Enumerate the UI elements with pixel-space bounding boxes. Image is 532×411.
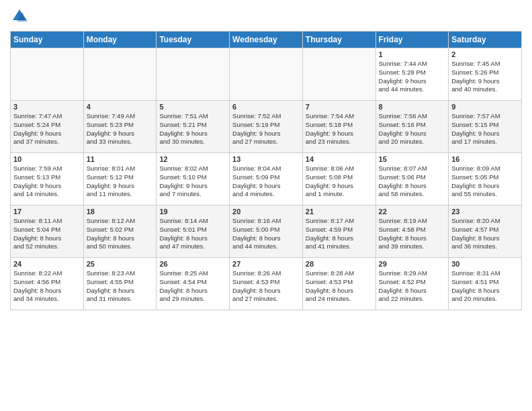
calendar-cell: 21Sunrise: 8:17 AM Sunset: 4:59 PM Dayli…: [302, 205, 375, 258]
day-info: Sunrise: 8:16 AM Sunset: 5:00 PM Dayligh…: [232, 217, 300, 251]
day-number: 28: [306, 260, 373, 268]
day-info: Sunrise: 7:52 AM Sunset: 5:19 PM Dayligh…: [232, 112, 300, 146]
day-number: 11: [87, 155, 154, 163]
weekday-sunday: Sunday: [11, 32, 84, 48]
day-number: 2: [451, 50, 519, 58]
week-row-3: 10Sunrise: 7:59 AM Sunset: 5:13 PM Dayli…: [11, 153, 522, 205]
weekday-saturday: Saturday: [449, 32, 522, 48]
calendar-cell: 30Sunrise: 8:31 AM Sunset: 4:51 PM Dayli…: [449, 258, 522, 310]
calendar-cell: 8Sunrise: 7:56 AM Sunset: 5:16 PM Daylig…: [375, 101, 449, 153]
calendar-cell: 28Sunrise: 8:28 AM Sunset: 4:53 PM Dayli…: [302, 258, 375, 310]
day-number: 21: [306, 208, 373, 216]
weekday-monday: Monday: [83, 32, 157, 48]
day-number: 7: [306, 103, 373, 111]
day-info: Sunrise: 8:26 AM Sunset: 4:53 PM Dayligh…: [232, 269, 300, 304]
day-info: Sunrise: 8:20 AM Sunset: 4:57 PM Dayligh…: [451, 217, 519, 251]
day-number: 1: [379, 50, 446, 58]
weekday-tuesday: Tuesday: [157, 32, 230, 48]
calendar-cell: 5Sunrise: 7:51 AM Sunset: 5:21 PM Daylig…: [157, 101, 230, 153]
day-number: 5: [159, 103, 226, 111]
day-info: Sunrise: 8:06 AM Sunset: 5:08 PM Dayligh…: [306, 165, 373, 199]
calendar-cell: 20Sunrise: 8:16 AM Sunset: 5:00 PM Dayli…: [230, 205, 303, 258]
day-info: Sunrise: 8:25 AM Sunset: 4:54 PM Dayligh…: [159, 269, 226, 304]
day-info: Sunrise: 8:09 AM Sunset: 5:05 PM Dayligh…: [451, 165, 519, 199]
calendar-cell: 10Sunrise: 7:59 AM Sunset: 5:13 PM Dayli…: [11, 153, 84, 205]
day-number: 23: [451, 208, 519, 216]
day-info: Sunrise: 7:56 AM Sunset: 5:16 PM Dayligh…: [379, 112, 446, 146]
day-info: Sunrise: 8:22 AM Sunset: 4:56 PM Dayligh…: [13, 269, 81, 304]
calendar-cell: 6Sunrise: 7:52 AM Sunset: 5:19 PM Daylig…: [230, 101, 303, 153]
day-number: 22: [379, 208, 446, 216]
header: [10, 7, 522, 26]
day-number: 12: [159, 155, 226, 163]
calendar-cell: [11, 48, 84, 101]
day-info: Sunrise: 7:57 AM Sunset: 5:15 PM Dayligh…: [451, 112, 519, 146]
calendar-cell: 4Sunrise: 7:49 AM Sunset: 5:23 PM Daylig…: [83, 101, 157, 153]
calendar-cell: 23Sunrise: 8:20 AM Sunset: 4:57 PM Dayli…: [449, 205, 522, 258]
day-number: 25: [87, 260, 154, 268]
day-info: Sunrise: 7:54 AM Sunset: 5:18 PM Dayligh…: [306, 112, 373, 146]
day-info: Sunrise: 8:17 AM Sunset: 4:59 PM Dayligh…: [306, 217, 373, 251]
calendar-cell: 9Sunrise: 7:57 AM Sunset: 5:15 PM Daylig…: [449, 101, 522, 153]
day-info: Sunrise: 7:45 AM Sunset: 5:26 PM Dayligh…: [451, 60, 519, 94]
calendar-cell: 7Sunrise: 7:54 AM Sunset: 5:18 PM Daylig…: [302, 101, 375, 153]
calendar-cell: 24Sunrise: 8:22 AM Sunset: 4:56 PM Dayli…: [11, 258, 84, 310]
day-number: 4: [87, 103, 154, 111]
day-info: Sunrise: 8:29 AM Sunset: 4:52 PM Dayligh…: [379, 269, 446, 304]
day-number: 19: [159, 208, 226, 216]
calendar-cell: 2Sunrise: 7:45 AM Sunset: 5:26 PM Daylig…: [449, 48, 522, 101]
week-row-5: 24Sunrise: 8:22 AM Sunset: 4:56 PM Dayli…: [11, 258, 522, 310]
day-info: Sunrise: 8:12 AM Sunset: 5:02 PM Dayligh…: [87, 217, 154, 251]
day-info: Sunrise: 8:11 AM Sunset: 5:04 PM Dayligh…: [13, 217, 81, 251]
day-number: 24: [13, 260, 81, 268]
day-info: Sunrise: 8:04 AM Sunset: 5:09 PM Dayligh…: [232, 165, 300, 199]
calendar-cell: 13Sunrise: 8:04 AM Sunset: 5:09 PM Dayli…: [230, 153, 303, 205]
week-row-2: 3Sunrise: 7:47 AM Sunset: 5:24 PM Daylig…: [11, 101, 522, 153]
day-info: Sunrise: 7:51 AM Sunset: 5:21 PM Dayligh…: [159, 112, 226, 146]
page-container: SundayMondayTuesdayWednesdayThursdayFrid…: [0, 0, 532, 317]
calendar-cell: 3Sunrise: 7:47 AM Sunset: 5:24 PM Daylig…: [11, 101, 84, 153]
day-number: 8: [379, 103, 446, 111]
calendar-cell: 19Sunrise: 8:14 AM Sunset: 5:01 PM Dayli…: [157, 205, 230, 258]
day-number: 20: [232, 208, 300, 216]
calendar-cell: 15Sunrise: 8:07 AM Sunset: 5:06 PM Dayli…: [375, 153, 449, 205]
day-number: 17: [13, 208, 81, 216]
weekday-friday: Friday: [375, 32, 449, 48]
weekday-header-row: SundayMondayTuesdayWednesdayThursdayFrid…: [11, 32, 522, 48]
day-info: Sunrise: 8:14 AM Sunset: 5:01 PM Dayligh…: [159, 217, 226, 251]
day-number: 16: [451, 155, 519, 163]
logo: [10, 7, 31, 26]
day-number: 14: [306, 155, 373, 163]
calendar-cell: [230, 48, 303, 101]
day-info: Sunrise: 8:19 AM Sunset: 4:58 PM Dayligh…: [379, 217, 446, 251]
calendar-table: SundayMondayTuesdayWednesdayThursdayFrid…: [10, 31, 522, 310]
day-number: 26: [159, 260, 226, 268]
calendar-cell: 26Sunrise: 8:25 AM Sunset: 4:54 PM Dayli…: [157, 258, 230, 310]
week-row-4: 17Sunrise: 8:11 AM Sunset: 5:04 PM Dayli…: [11, 205, 522, 258]
day-info: Sunrise: 8:01 AM Sunset: 5:12 PM Dayligh…: [87, 165, 154, 199]
calendar-cell: [157, 48, 230, 101]
day-info: Sunrise: 8:23 AM Sunset: 4:55 PM Dayligh…: [87, 269, 154, 304]
day-info: Sunrise: 7:47 AM Sunset: 5:24 PM Dayligh…: [13, 112, 81, 146]
day-info: Sunrise: 8:28 AM Sunset: 4:53 PM Dayligh…: [306, 269, 373, 304]
calendar-cell: 22Sunrise: 8:19 AM Sunset: 4:58 PM Dayli…: [375, 205, 449, 258]
day-number: 10: [13, 155, 81, 163]
day-info: Sunrise: 7:59 AM Sunset: 5:13 PM Dayligh…: [13, 165, 81, 199]
calendar-cell: 18Sunrise: 8:12 AM Sunset: 5:02 PM Dayli…: [83, 205, 157, 258]
calendar-cell: 12Sunrise: 8:02 AM Sunset: 5:10 PM Dayli…: [157, 153, 230, 205]
weekday-thursday: Thursday: [302, 32, 375, 48]
calendar-cell: 17Sunrise: 8:11 AM Sunset: 5:04 PM Dayli…: [11, 205, 84, 258]
calendar-cell: [302, 48, 375, 101]
week-row-1: 1Sunrise: 7:44 AM Sunset: 5:28 PM Daylig…: [11, 48, 522, 101]
logo-icon: [10, 7, 29, 26]
day-number: 18: [87, 208, 154, 216]
day-info: Sunrise: 8:07 AM Sunset: 5:06 PM Dayligh…: [379, 165, 446, 199]
day-number: 27: [232, 260, 300, 268]
day-number: 13: [232, 155, 300, 163]
day-number: 29: [379, 260, 446, 268]
calendar-cell: 11Sunrise: 8:01 AM Sunset: 5:12 PM Dayli…: [83, 153, 157, 205]
day-number: 3: [13, 103, 81, 111]
calendar-cell: 16Sunrise: 8:09 AM Sunset: 5:05 PM Dayli…: [449, 153, 522, 205]
day-info: Sunrise: 7:44 AM Sunset: 5:28 PM Dayligh…: [379, 60, 446, 94]
calendar-cell: 27Sunrise: 8:26 AM Sunset: 4:53 PM Dayli…: [230, 258, 303, 310]
